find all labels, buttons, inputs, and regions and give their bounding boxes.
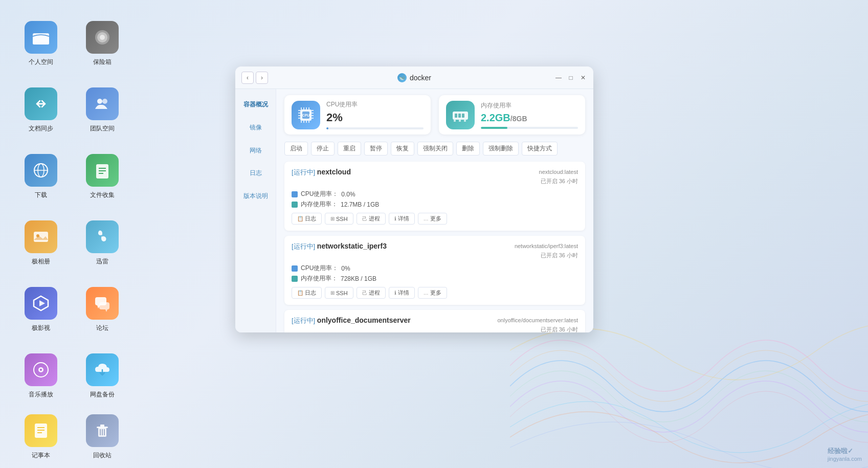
ram-stat-info: 内存使用率 2.2GB/8GB <box>481 101 578 129</box>
action-detail-button-nextcloud[interactable]: ℹ 详情 <box>389 213 415 225</box>
ram-value-nextcloud: 12.7MB / 1GB <box>341 201 379 208</box>
cpu-stat-bar <box>326 127 424 129</box>
action-ssh-icon-networkstatic_iperf3: ⊞ <box>330 290 335 296</box>
desktop-icon-cloud-backup[interactable]: 网盘备份 <box>72 343 133 409</box>
desktop-icon-team-space[interactable]: 团队空间 <box>72 77 133 143</box>
sidebar-item-container-overview[interactable]: 容器概况 <box>235 93 276 116</box>
watermark-text: 经验啦✓ <box>828 447 862 456</box>
vault-icon <box>86 21 119 54</box>
container-card-nextcloud: [运行中] nextcloud nextcloud:latest 已开启 36 … <box>284 162 585 231</box>
sidebar-item-version-note[interactable]: 版本说明 <box>235 185 276 208</box>
minimize-button[interactable]: — <box>554 74 563 82</box>
action-detail-label-nextcloud: 详情 <box>398 215 409 222</box>
toolbar-restore-button[interactable]: 恢复 <box>391 142 414 155</box>
action-log-label-nextcloud: 日志 <box>305 215 316 222</box>
action-detail-button-networkstatic_iperf3[interactable]: ℹ 详情 <box>389 287 415 299</box>
file-collect-icon <box>86 154 119 187</box>
status-tag-networkstatic_iperf3: [运行中] <box>292 242 317 250</box>
container-header-networkstatic_iperf3: [运行中] networkstatic_iperf3 networkstatic… <box>292 242 578 260</box>
cpu-stat-card: CPU <box>284 95 431 135</box>
nav-forward-button[interactable]: › <box>256 72 268 84</box>
cpu-bar-fill <box>326 127 328 129</box>
personal-space-icon <box>25 21 57 54</box>
toolbar-force-delete-button[interactable]: 强制删除 <box>483 142 519 155</box>
team-space-icon <box>86 87 119 120</box>
action-log-label-networkstatic_iperf3: 日志 <box>305 289 316 297</box>
desktop-icon-movie[interactable]: 极影视 <box>10 276 72 343</box>
container-name-onlyoffice_documentserver: [运行中] onlyoffice_documentserver <box>292 316 411 325</box>
nav-back-button[interactable]: ‹ <box>241 72 254 84</box>
ram-total: 8GB <box>513 115 527 123</box>
cloud-backup-icon <box>86 353 119 386</box>
close-button[interactable]: ✕ <box>579 74 587 82</box>
toolbar-force-close-button[interactable]: 强制关闭 <box>417 142 453 155</box>
desktop-icon-vault[interactable]: 保险箱 <box>72 10 133 77</box>
action-ssh-button-nextcloud[interactable]: ⊞ SSH <box>325 213 353 225</box>
vault-label: 保险箱 <box>93 58 112 66</box>
docker-logo-icon: 🐋 <box>397 73 407 82</box>
action-process-icon-networkstatic_iperf3: 己 <box>362 289 367 297</box>
action-more-button-networkstatic_iperf3[interactable]: … 更多 <box>418 287 447 299</box>
desktop-icon-doc-sync[interactable]: 文档同步 <box>10 77 72 143</box>
cpu-dot-networkstatic_iperf3 <box>292 265 298 272</box>
toolbar-pause-button[interactable]: 暂停 <box>364 142 388 155</box>
action-log-button-networkstatic_iperf3[interactable]: 📋 日志 <box>292 287 322 299</box>
svg-rect-1 <box>33 35 49 44</box>
docker-window: ‹ › 🐋 docker — □ ✕ 容器概况 镜像 网络 日志 版本说明 <box>235 66 593 332</box>
action-detail-label-networkstatic_iperf3: 详情 <box>398 289 409 297</box>
desktop-icon-recycle[interactable]: 回收站 <box>72 409 133 465</box>
action-log-icon-networkstatic_iperf3: 📋 <box>297 290 303 296</box>
cpu-icon: CPU <box>292 101 320 129</box>
action-ssh-button-networkstatic_iperf3[interactable]: ⊞ SSH <box>325 287 353 299</box>
action-log-icon-nextcloud: 📋 <box>297 216 303 221</box>
toolbar-start-button[interactable]: 启动 <box>284 142 308 155</box>
action-detail-icon-networkstatic_iperf3: ℹ <box>394 290 396 296</box>
desktop-icon-thunder[interactable]: 迅雷 <box>72 210 133 276</box>
sidebar-item-log[interactable]: 日志 <box>235 162 276 185</box>
sidebar-item-network[interactable]: 网络 <box>235 139 276 162</box>
photo-album-icon <box>25 220 57 253</box>
toolbar-restart-button[interactable]: 重启 <box>338 142 361 155</box>
action-process-button-nextcloud[interactable]: 己 进程 <box>357 213 386 225</box>
container-card-onlyoffice_documentserver: [运行中] onlyoffice_documentserver onlyoffi… <box>284 310 585 332</box>
desktop-icon-forum[interactable]: 论坛 <box>72 276 133 343</box>
ram-stat-bar <box>481 127 578 129</box>
desktop-icon-personal-space[interactable]: 个人空间 <box>10 10 72 77</box>
action-process-button-networkstatic_iperf3[interactable]: 己 进程 <box>357 287 386 299</box>
watermark-subtext: jingyanla.com <box>828 456 862 462</box>
toolbar-delete-button[interactable]: 删除 <box>456 142 480 155</box>
main-content: CPU <box>276 89 593 332</box>
container-ram-row-nextcloud: 内存使用率： 12.7MB / 1GB <box>292 200 578 209</box>
doc-sync-icon <box>25 87 57 120</box>
forum-label: 论坛 <box>96 324 108 332</box>
cpu-dot-nextcloud <box>292 191 298 197</box>
svg-rect-58 <box>454 120 456 122</box>
action-log-button-nextcloud[interactable]: 📋 日志 <box>292 213 322 225</box>
svg-marker-21 <box>105 309 107 312</box>
container-image-info-networkstatic_iperf3: networkstatic/iperf3:latest 已开启 36 小时 <box>515 242 578 260</box>
container-name-nextcloud: [运行中] nextcloud <box>292 168 351 177</box>
maximize-button[interactable]: □ <box>567 74 575 82</box>
svg-marker-17 <box>39 300 45 306</box>
action-more-button-nextcloud[interactable]: … 更多 <box>418 213 447 225</box>
svg-rect-55 <box>455 114 457 118</box>
desktop-icon-note[interactable]: 记事本 <box>10 409 72 465</box>
ram-stat-card: 内存使用率 2.2GB/8GB <box>439 95 585 135</box>
desktop-icon-photo-album[interactable]: 极相册 <box>10 210 72 276</box>
toolbar-stop-button[interactable]: 停止 <box>311 142 335 155</box>
title-nav: ‹ › <box>241 72 268 84</box>
window-title-area: 🐋 docker <box>274 73 554 82</box>
action-ssh-label-nextcloud: SSH <box>336 216 348 222</box>
desktop-icon-file-collect[interactable]: 文件收集 <box>72 143 133 210</box>
svg-rect-60 <box>464 120 466 122</box>
desktop-icon-music[interactable]: 音乐播放 <box>10 343 72 409</box>
container-actions-networkstatic_iperf3: 📋 日志 ⊞ SSH 己 进程 ℹ 详情 … 更多 <box>292 287 578 299</box>
music-icon <box>25 353 57 386</box>
toolbar-shortcuts-button[interactable]: 快捷方式 <box>522 142 558 155</box>
sidebar-item-mirror[interactable]: 镜像 <box>235 116 276 139</box>
movie-label: 极影视 <box>32 324 50 332</box>
thunder-label: 迅雷 <box>96 257 108 266</box>
desktop-icon-download[interactable]: 下载 <box>10 143 72 210</box>
note-label: 记事本 <box>32 451 50 460</box>
ram-stat-value: 2.2GB/8GB <box>481 112 578 124</box>
